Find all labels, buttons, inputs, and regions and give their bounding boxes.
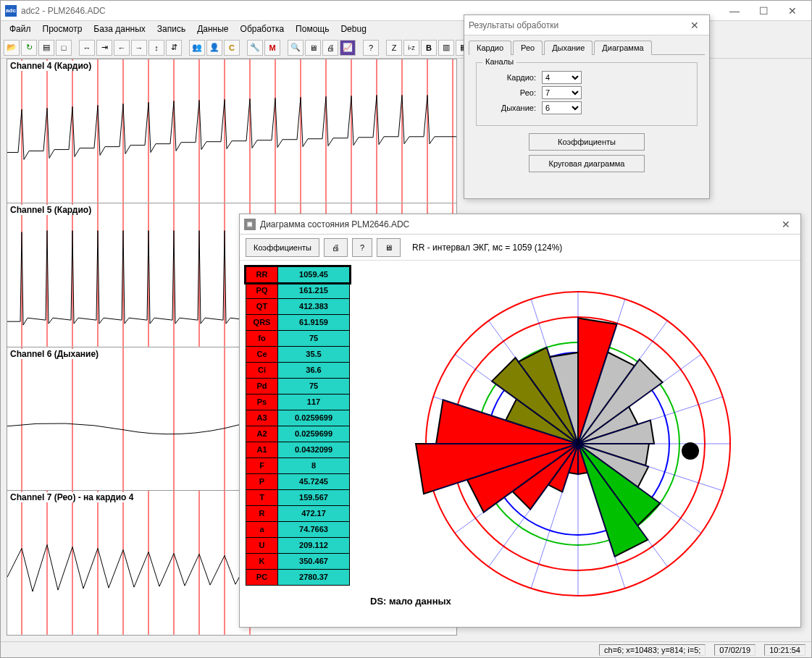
diag-print-icon[interactable]: 🖨 [324, 238, 348, 257]
param-val: 0.0259699 [278, 410, 349, 426]
diag-help-icon[interactable]: ? [352, 238, 372, 257]
param-val: 209.112 [278, 538, 349, 553]
status-date: 07/02/19 [714, 644, 756, 656]
tab-diagram[interactable]: Диаграмма [594, 41, 651, 55]
print-icon[interactable]: 🖨 [322, 40, 338, 56]
param-val: 0.0259699 [278, 426, 349, 442]
channel-4[interactable]: Channel 4 (Кардио) [7, 59, 456, 203]
param-val: 75 [278, 331, 349, 346]
m-icon[interactable]: M [264, 40, 280, 56]
tab-cardio[interactable]: Кардио [469, 41, 511, 55]
menu-view[interactable]: Просмотр [37, 22, 88, 35]
diagram-toolbar: Коэффициенты 🖨 ? 🖥 RR - интервал ЭКГ, мс… [240, 235, 800, 261]
diag-coeff-button[interactable]: Коэффициенты [246, 238, 319, 257]
param-row-K[interactable]: K350.467 [246, 553, 350, 570]
hscroll-icon[interactable]: ↔ [79, 40, 95, 56]
diagram-titlebar: ▣ Диаграмма состояния PLM2646.ADC ✕ [240, 214, 800, 235]
param-key: F [246, 458, 278, 473]
reo-select[interactable]: 7 [542, 86, 582, 99]
wrench-icon[interactable]: 🔧 [247, 40, 263, 56]
cardio-select[interactable]: 4 [542, 71, 582, 84]
param-row-a[interactable]: a74.7663 [246, 521, 350, 538]
db-icon[interactable]: ▤ [38, 40, 54, 56]
param-key: A1 [246, 442, 278, 457]
param-row-F[interactable]: F8 [246, 457, 350, 474]
b-icon[interactable]: B [421, 40, 437, 56]
param-row-U[interactable]: U209.112 [246, 537, 350, 554]
param-row-Ce[interactable]: Ce35.5 [246, 346, 350, 363]
tab-breath[interactable]: Дыхание [544, 41, 593, 55]
vscroll-icon[interactable]: ↕ [148, 40, 164, 56]
statusbar: ch=6; x=10483; y=814; i=5; 07/02/19 10:2… [1, 641, 811, 657]
param-key: QRS [246, 315, 278, 330]
minimize-button[interactable]: — [720, 1, 749, 20]
param-row-PC[interactable]: PC2780.37 [246, 569, 350, 586]
right-icon[interactable]: → [131, 40, 147, 56]
status-time: 10:21:54 [764, 644, 805, 656]
menu-help[interactable]: Помощь [290, 22, 335, 35]
param-key: PQ [246, 283, 278, 298]
param-row-QRS[interactable]: QRS61.9159 [246, 314, 350, 331]
param-key: PC [246, 570, 278, 585]
param-val: 161.215 [278, 283, 349, 298]
param-row-A2[interactable]: A20.0259699 [246, 426, 350, 442]
people-icon[interactable]: 👥 [189, 40, 205, 56]
param-row-fo[interactable]: fo75 [246, 330, 350, 347]
param-val: 61.9159 [278, 315, 349, 330]
pie-button[interactable]: Круговая диаграмма [529, 155, 645, 172]
breath-select[interactable]: 6 [542, 101, 582, 114]
param-key: R [246, 506, 278, 521]
refresh-icon[interactable]: ↻ [21, 40, 37, 56]
param-row-P[interactable]: P45.7245 [246, 473, 350, 490]
person-icon[interactable]: 👤 [206, 40, 222, 56]
menu-file[interactable]: Файл [4, 22, 37, 35]
zoom-icon[interactable]: 🔍 [288, 40, 304, 56]
coeff-button[interactable]: Коэффициенты [529, 133, 645, 151]
param-row-Pd[interactable]: Pd75 [246, 378, 350, 395]
param-val: 472.17 [278, 506, 349, 521]
param-val: 117 [278, 395, 349, 410]
menu-data[interactable]: Данные [191, 22, 234, 35]
cardio-label: Кардио: [485, 73, 536, 82]
param-key: Ce [246, 347, 278, 362]
param-row-RR[interactable]: RR1059.45 [246, 266, 350, 283]
param-key: Pd [246, 379, 278, 394]
graph-icon[interactable]: 📈 [340, 40, 356, 56]
open-icon[interactable]: 📂 [4, 40, 20, 56]
menu-process[interactable]: Обработка [235, 22, 290, 35]
bars-icon[interactable]: ▥ [438, 40, 454, 56]
ds-note: DS: мало данных [370, 596, 451, 607]
record-icon[interactable]: □ [56, 40, 72, 56]
iz-icon[interactable]: i-z [403, 40, 419, 56]
param-val: 1059.45 [278, 267, 349, 282]
left-icon[interactable]: ← [114, 40, 130, 56]
param-row-PQ[interactable]: PQ161.215 [246, 282, 350, 299]
menu-debug[interactable]: Debug [335, 22, 372, 35]
param-row-Ci[interactable]: Ci36.6 [246, 362, 350, 379]
diag-export-icon[interactable]: 🖥 [377, 238, 401, 257]
param-val: 159.567 [278, 490, 349, 505]
tab-reo[interactable]: Рео [513, 41, 543, 55]
diagram-close-button[interactable]: ✕ [776, 215, 796, 234]
param-row-A3[interactable]: A30.0259699 [246, 410, 350, 426]
results-close-button[interactable]: ✕ [685, 16, 705, 35]
param-val: 2780.37 [278, 570, 349, 585]
param-row-Ps[interactable]: Ps117 [246, 394, 350, 410]
menu-db[interactable]: База данных [88, 22, 151, 35]
param-val: 35.5 [278, 347, 349, 362]
param-row-QT[interactable]: QT412.383 [246, 298, 350, 315]
help-icon[interactable]: ? [363, 40, 379, 56]
diagram-title: Диаграмма состояния PLM2646.ADC [260, 219, 776, 229]
param-row-R[interactable]: R472.17 [246, 505, 350, 522]
close-button[interactable]: ✕ [778, 1, 807, 20]
z-icon[interactable]: Z [386, 40, 402, 56]
monitor-icon[interactable]: 🖥 [305, 40, 321, 56]
c-icon[interactable]: C [224, 40, 240, 56]
param-row-A1[interactable]: A10.0432099 [246, 442, 350, 458]
hshrink-icon[interactable]: ⇥ [96, 40, 112, 56]
menu-record[interactable]: Запись [151, 22, 191, 35]
param-row-T[interactable]: T159.567 [246, 489, 350, 506]
vshrink-icon[interactable]: ⇵ [166, 40, 182, 56]
param-key: U [246, 538, 278, 553]
maximize-button[interactable]: ☐ [749, 1, 778, 20]
